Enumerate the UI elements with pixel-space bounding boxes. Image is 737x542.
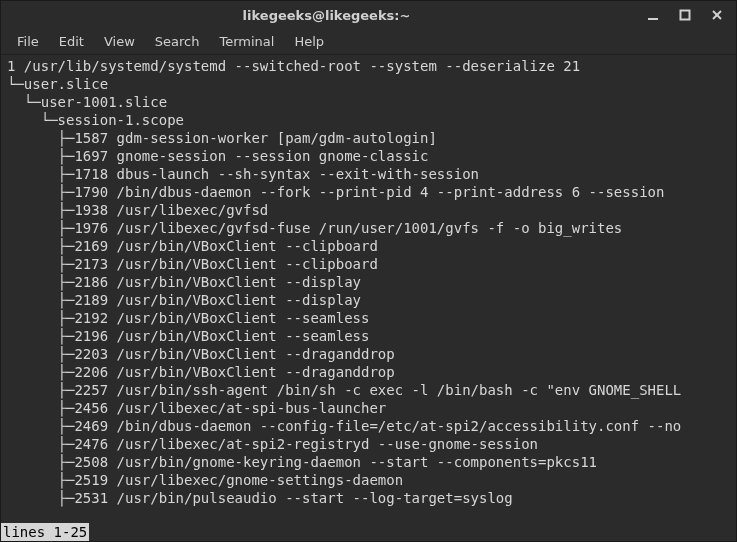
svg-rect-1	[681, 11, 690, 20]
menu-search[interactable]: Search	[145, 31, 210, 52]
minimize-icon[interactable]	[646, 8, 660, 22]
menubar: File Edit View Search Terminal Help	[1, 29, 736, 55]
terminal-line: ├─1976 /usr/libexec/gvfsd-fuse /run/user…	[7, 219, 730, 237]
terminal-line: 1 /usr/lib/systemd/systemd --switched-ro…	[7, 57, 730, 75]
terminal-line: ├─1697 gnome-session --session gnome-cla…	[7, 147, 730, 165]
terminal-line: ├─2508 /usr/bin/gnome-keyring-daemon --s…	[7, 453, 730, 471]
window-title: likegeeks@likegeeks:~	[243, 8, 411, 23]
menu-terminal[interactable]: Terminal	[209, 31, 284, 52]
terminal-window: likegeeks@likegeeks:~ File Edit View Sea…	[0, 0, 737, 542]
terminal-line: ├─2531 /usr/bin/pulseaudio --start --log…	[7, 489, 730, 507]
terminal-line: ├─2519 /usr/libexec/gnome-settings-daemo…	[7, 471, 730, 489]
menu-edit[interactable]: Edit	[49, 31, 94, 52]
terminal-line: ├─2257 /usr/bin/ssh-agent /bin/sh -c exe…	[7, 381, 730, 399]
terminal-line: └─user-1001.slice	[7, 93, 730, 111]
menu-file[interactable]: File	[7, 31, 49, 52]
menu-help[interactable]: Help	[284, 31, 334, 52]
maximize-icon[interactable]	[678, 8, 692, 22]
terminal-line: ├─2169 /usr/bin/VBoxClient --clipboard	[7, 237, 730, 255]
terminal-line: ├─2206 /usr/bin/VBoxClient --draganddrop	[7, 363, 730, 381]
pager-status: lines 1-25	[1, 523, 89, 541]
terminal-line: ├─2196 /usr/bin/VBoxClient --seamless	[7, 327, 730, 345]
terminal-line: ├─2186 /usr/bin/VBoxClient --display	[7, 273, 730, 291]
terminal-line: └─session-1.scope	[7, 111, 730, 129]
terminal-line: ├─2189 /usr/bin/VBoxClient --display	[7, 291, 730, 309]
terminal-output[interactable]: 1 /usr/lib/systemd/systemd --switched-ro…	[1, 55, 736, 541]
terminal-line: ├─2469 /bin/dbus-daemon --config-file=/e…	[7, 417, 730, 435]
terminal-line: ├─2173 /usr/bin/VBoxClient --clipboard	[7, 255, 730, 273]
menu-view[interactable]: View	[94, 31, 145, 52]
terminal-line: ├─2456 /usr/libexec/at-spi-bus-launcher	[7, 399, 730, 417]
terminal-line: ├─2476 /usr/libexec/at-spi2-registryd --…	[7, 435, 730, 453]
close-icon[interactable]	[710, 8, 724, 22]
titlebar[interactable]: likegeeks@likegeeks:~	[1, 1, 736, 29]
terminal-line: ├─1790 /bin/dbus-daemon --fork --print-p…	[7, 183, 730, 201]
terminal-line: ├─1718 dbus-launch --sh-syntax --exit-wi…	[7, 165, 730, 183]
terminal-line: ├─2203 /usr/bin/VBoxClient --draganddrop	[7, 345, 730, 363]
terminal-line: ├─2192 /usr/bin/VBoxClient --seamless	[7, 309, 730, 327]
terminal-line: └─user.slice	[7, 75, 730, 93]
terminal-line: ├─1938 /usr/libexec/gvfsd	[7, 201, 730, 219]
terminal-line: ├─1587 gdm-session-worker [pam/gdm-autol…	[7, 129, 730, 147]
